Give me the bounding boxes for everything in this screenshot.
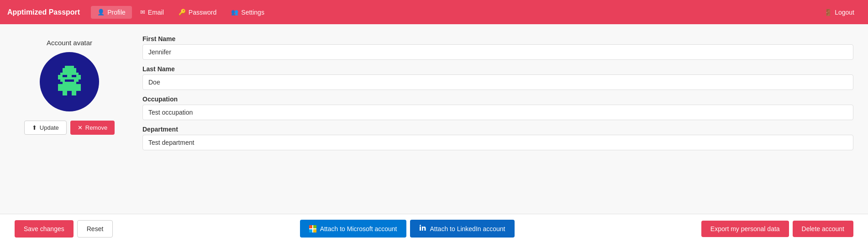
svg-rect-4	[58, 75, 60, 79]
nav-label-password: Password	[189, 9, 216, 16]
last-name-input[interactable]	[142, 74, 853, 90]
svg-rect-12	[63, 91, 67, 95]
remove-icon: ✕	[78, 124, 83, 131]
first-name-group: First Name	[142, 35, 853, 60]
remove-avatar-label: Remove	[85, 124, 107, 131]
brand-logo: Apptimized Passport	[7, 8, 80, 16]
svg-point-19	[420, 225, 421, 226]
main-content: Account avatar	[0, 24, 868, 214]
svg-rect-7	[72, 75, 76, 77]
form-panel: First Name Last Name Occupation Departme…	[142, 35, 853, 203]
svg-rect-13	[72, 91, 76, 95]
svg-rect-10	[58, 84, 63, 91]
nav-items: 👤 Profile ✉ Email 🔑 Password 👥 Settings	[91, 6, 818, 19]
settings-icon: 👥	[231, 9, 238, 16]
svg-rect-0	[65, 66, 74, 73]
svg-rect-6	[63, 75, 67, 77]
avatar-label: Account avatar	[47, 39, 92, 47]
export-data-button[interactable]: Export my personal data	[701, 221, 789, 237]
department-group: Department	[142, 126, 853, 150]
avatar-buttons: ⬆ Update ✕ Remove	[24, 121, 115, 135]
first-name-label: First Name	[142, 35, 853, 42]
email-icon: ✉	[140, 9, 145, 16]
logout-icon: 🚪	[824, 9, 832, 16]
remove-avatar-button[interactable]: ✕ Remove	[70, 121, 115, 135]
footer-left: Save changes Reset	[15, 220, 113, 238]
department-input[interactable]	[142, 135, 853, 150]
last-name-label: Last Name	[142, 65, 853, 73]
svg-rect-11	[76, 84, 81, 91]
nav-item-settings[interactable]: 👥 Settings	[225, 6, 271, 19]
reset-button[interactable]: Reset	[77, 220, 113, 238]
first-name-input[interactable]	[142, 44, 853, 60]
navbar: Apptimized Passport 👤 Profile ✉ Email 🔑 …	[0, 0, 868, 24]
nav-label-email: Email	[148, 9, 164, 16]
microsoft-icon	[309, 225, 316, 232]
attach-linkedin-button[interactable]: Attach to LinkedIn account	[410, 220, 515, 238]
nav-item-profile[interactable]: 👤 Profile	[91, 6, 132, 19]
update-avatar-label: Update	[40, 124, 59, 131]
nav-item-password[interactable]: 🔑 Password	[172, 6, 223, 19]
save-changes-button[interactable]: Save changes	[15, 220, 74, 238]
avatar-image	[40, 52, 99, 111]
upload-icon: ⬆	[32, 124, 37, 131]
svg-rect-14	[309, 225, 312, 228]
password-icon: 🔑	[179, 9, 186, 16]
profile-icon: 👤	[97, 9, 105, 16]
svg-rect-5	[79, 75, 81, 79]
department-label: Department	[142, 126, 853, 133]
svg-rect-15	[313, 225, 316, 228]
attach-microsoft-button[interactable]: Attach to Microsoft account	[300, 220, 406, 238]
svg-rect-2	[74, 68, 76, 73]
nav-item-email[interactable]: ✉ Email	[134, 6, 170, 19]
footer-center: Attach to Microsoft account Attach to Li…	[116, 220, 698, 238]
svg-rect-16	[309, 229, 312, 232]
occupation-input[interactable]	[142, 105, 853, 120]
svg-rect-18	[420, 227, 421, 231]
nav-label-profile: Profile	[107, 9, 126, 16]
linkedin-icon	[419, 224, 426, 233]
avatar-panel: Account avatar	[15, 35, 124, 203]
attach-microsoft-label: Attach to Microsoft account	[320, 225, 397, 232]
footer: Save changes Reset Attach to Microsoft a…	[0, 214, 868, 243]
svg-rect-17	[313, 229, 316, 232]
svg-rect-8	[65, 79, 74, 82]
update-avatar-button[interactable]: ⬆ Update	[24, 121, 67, 135]
nav-label-settings: Settings	[241, 9, 264, 16]
occupation-group: Occupation	[142, 95, 853, 120]
delete-account-button[interactable]: Delete account	[793, 221, 853, 237]
last-name-group: Last Name	[142, 65, 853, 90]
svg-rect-1	[63, 68, 65, 73]
attach-linkedin-label: Attach to LinkedIn account	[430, 225, 505, 232]
occupation-label: Occupation	[142, 95, 853, 103]
svg-rect-9	[63, 82, 76, 91]
footer-right: Export my personal data Delete account	[701, 221, 853, 237]
logout-label: Logout	[835, 9, 854, 16]
logout-button[interactable]: 🚪 Logout	[818, 6, 861, 19]
